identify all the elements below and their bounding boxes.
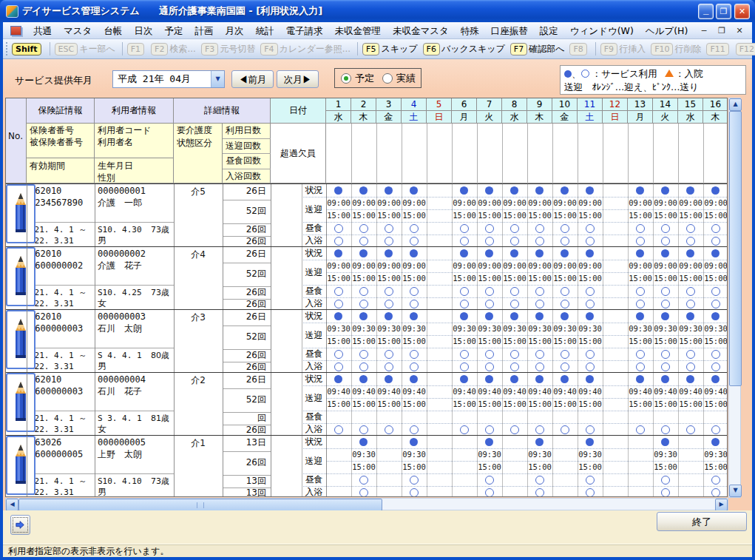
fnkey-shift[interactable]: Shift	[12, 43, 43, 55]
edit-pencil-button[interactable]	[6, 184, 35, 243]
cell-r2-d6[interactable]: 09:0015:00	[452, 247, 477, 310]
cell-r2-d2[interactable]: 09:0015:00	[351, 247, 376, 310]
menu-item-16[interactable]: ヘルプ(H)	[640, 22, 694, 39]
edit-pencil-button[interactable]	[6, 436, 35, 495]
cell-r4-d14[interactable]: 09:4015:00	[653, 373, 678, 436]
cell-r3-d11[interactable]: 09:3015:00	[578, 310, 603, 373]
next-month-button[interactable]: 次月▶	[277, 70, 319, 88]
cell-r2-d14[interactable]: 09:0015:00	[653, 247, 678, 310]
cell-r5-d14[interactable]: 09:3015:00	[653, 436, 678, 497]
radio-actual[interactable]	[382, 73, 393, 84]
cell-r3-d2[interactable]: 09:3015:00	[351, 310, 376, 373]
cell-r4-d2[interactable]: 09:4015:00	[351, 373, 376, 436]
cell-r5-d4[interactable]: 09:3015:00	[402, 436, 427, 497]
cell-r5-d3[interactable]	[376, 436, 402, 497]
cell-r1-d9[interactable]: 09:0015:00	[527, 184, 552, 247]
horizontal-scroll-thumb[interactable]	[18, 499, 382, 511]
scroll-right-icon[interactable]: ▶	[715, 499, 728, 511]
cell-r4-d4[interactable]: 09:4015:00	[402, 373, 427, 436]
cell-r1-d8[interactable]: 09:0015:00	[502, 184, 527, 247]
cell-r5-d11[interactable]: 09:3015:00	[578, 436, 603, 497]
menu-item-6[interactable]: 計画	[189, 22, 219, 39]
cell-r2-d4[interactable]: 09:0015:00	[402, 247, 427, 310]
cell-r5-d13[interactable]	[628, 436, 653, 497]
mdi-close-button[interactable]: ✕	[734, 26, 745, 36]
menu-item-11[interactable]: 未収金マスタ	[387, 22, 455, 39]
cell-r2-d9[interactable]: 09:0015:00	[527, 247, 552, 310]
fnkey-f5[interactable]: F5スキップ	[362, 43, 417, 55]
cell-r1-d4[interactable]: 09:0015:00	[402, 184, 427, 247]
cell-r1-d5[interactable]	[427, 184, 452, 247]
cell-r2-d10[interactable]: 09:0015:00	[552, 247, 578, 310]
cell-r4-d10[interactable]: 09:4015:00	[552, 373, 578, 436]
cell-r2-d5[interactable]	[427, 247, 452, 310]
exit-button[interactable]: 終了	[657, 512, 747, 531]
cell-r4-d12[interactable]	[603, 373, 628, 436]
cell-r2-d8[interactable]: 09:0015:00	[502, 247, 527, 310]
cell-r5-d7[interactable]: 09:3015:00	[477, 436, 502, 497]
fnkey-f6[interactable]: F6バックスキップ	[423, 43, 505, 55]
radio-plan[interactable]	[341, 73, 351, 84]
menu-item-3[interactable]: 台帳	[98, 22, 128, 39]
cell-r3-d6[interactable]: 09:3015:00	[452, 310, 477, 373]
cell-r1-d7[interactable]: 09:0015:00	[477, 184, 502, 247]
menu-item-13[interactable]: 口座振替	[485, 22, 534, 39]
cell-r4-d1[interactable]: 09:4015:00	[326, 373, 351, 436]
cell-r3-d16[interactable]: 09:3015:00	[703, 310, 728, 373]
cell-r4-d13[interactable]: 09:4015:00	[628, 373, 653, 436]
menu-item-12[interactable]: 特殊	[455, 22, 485, 39]
cell-r1-d16[interactable]: 09:0015:00	[703, 184, 728, 247]
minimize-button[interactable]: ＿	[698, 4, 714, 19]
menu-item-15[interactable]: ウィンドウ(W)	[564, 22, 640, 39]
cell-r2-d15[interactable]: 09:0015:00	[678, 247, 703, 310]
cell-r1-d6[interactable]: 09:0015:00	[452, 184, 477, 247]
fnkey-f7[interactable]: F7確認部へ	[510, 43, 565, 55]
cell-r1-d2[interactable]: 09:0015:00	[351, 184, 376, 247]
cell-r5-d8[interactable]	[502, 436, 527, 497]
toolbar-grip[interactable]	[6, 42, 7, 55]
cell-r4-d16[interactable]: 09:4015:00	[703, 373, 728, 436]
chevron-down-icon[interactable]: ▼	[211, 71, 224, 87]
cell-r4-d3[interactable]: 09:4015:00	[376, 373, 402, 436]
cell-r1-d10[interactable]: 09:0015:00	[552, 184, 578, 247]
menu-item-8[interactable]: 統計	[249, 22, 280, 39]
mdi-restore-button[interactable]: ❐	[717, 26, 727, 36]
period-select[interactable]: 平成 21年 04月 ▼	[112, 70, 225, 88]
cell-r3-d5[interactable]	[427, 310, 452, 373]
toggle-user-panel-button[interactable]	[10, 515, 30, 535]
horizontal-scrollbar[interactable]: ◀ ▶	[5, 498, 728, 510]
cell-r3-d10[interactable]: 09:3015:00	[552, 310, 578, 373]
menu-item-10[interactable]: 未収金管理	[328, 22, 387, 39]
cell-r4-d15[interactable]: 09:4015:00	[678, 373, 703, 436]
cell-r1-d15[interactable]: 09:0015:00	[678, 184, 703, 247]
cell-r2-d11[interactable]: 09:0015:00	[578, 247, 603, 310]
scroll-down-icon[interactable]: ▼	[729, 485, 742, 497]
cell-r4-d9[interactable]: 09:4015:00	[527, 373, 552, 436]
cell-r5-d1[interactable]	[326, 436, 351, 497]
cell-r1-d1[interactable]: 09:0015:00	[326, 184, 351, 247]
prev-month-button[interactable]: ◀前月	[231, 70, 274, 88]
cell-r4-d11[interactable]: 09:4015:00	[578, 373, 603, 436]
cell-r3-d8[interactable]: 09:3015:00	[502, 310, 527, 373]
cell-r4-d8[interactable]: 09:4015:00	[502, 373, 527, 436]
cell-r5-d5[interactable]	[427, 436, 452, 497]
cell-r5-d6[interactable]	[452, 436, 477, 497]
cell-r5-d2[interactable]: 09:3015:00	[351, 436, 376, 497]
cell-r2-d16[interactable]: 09:0015:00	[703, 247, 728, 310]
menu-item-4[interactable]: 日次	[128, 22, 158, 39]
scroll-up-icon[interactable]: ▲	[729, 98, 742, 111]
restore-button[interactable]: ❐	[716, 4, 731, 19]
cell-r2-d3[interactable]: 09:0015:00	[376, 247, 402, 310]
cell-r2-d12[interactable]	[603, 247, 628, 310]
cell-r2-d1[interactable]: 09:0015:00	[326, 247, 351, 310]
cell-r2-d13[interactable]: 09:0015:00	[628, 247, 653, 310]
edit-pencil-button[interactable]	[6, 373, 35, 432]
cell-r2-d7[interactable]: 09:0015:00	[477, 247, 502, 310]
close-button[interactable]: ✕	[734, 4, 750, 19]
cell-r3-d7[interactable]: 09:3015:00	[477, 310, 502, 373]
menu-item-7[interactable]: 月次	[219, 22, 249, 39]
menu-item-9[interactable]: 電子請求	[280, 22, 328, 39]
cell-r3-d12[interactable]	[603, 310, 628, 373]
cell-r3-d13[interactable]: 09:3015:00	[628, 310, 653, 373]
cell-r5-d15[interactable]	[678, 436, 703, 497]
